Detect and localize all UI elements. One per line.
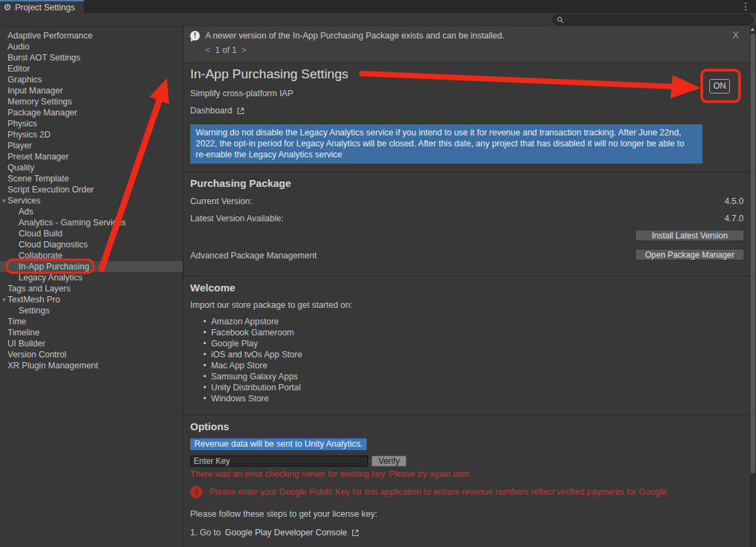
store-list: • Amazon Appstore • Facebook Gameroom • … xyxy=(190,316,744,404)
current-version-value: 4.5.0 xyxy=(724,197,744,206)
sidebar-item[interactable]: Cloud Build xyxy=(0,228,183,239)
notification-pager: < 1 of 1 > xyxy=(205,45,743,55)
install-latest-version-button[interactable]: Install Latest Version xyxy=(635,230,744,241)
sidebar-item-label: Services xyxy=(8,196,41,205)
sidebar-item[interactable]: Graphics xyxy=(0,74,183,85)
sidebar-item-label: Package Manager xyxy=(8,108,77,118)
purchasing-package-heading: Purchasing Package xyxy=(190,177,744,189)
store-list-item: • Facebook Gameroom xyxy=(203,327,744,338)
error-info-icon: i xyxy=(190,486,203,498)
scroll-up-icon[interactable] xyxy=(751,27,755,31)
sidebar-item-label: Analytics - Gaming Services xyxy=(19,218,126,227)
iap-toggle-on-button[interactable]: ON xyxy=(709,79,730,93)
sidebar-item[interactable]: Tags and Layers xyxy=(0,283,183,294)
tab-project-settings[interactable]: ⚙ Project Settings xyxy=(0,0,84,13)
gear-icon: ⚙ xyxy=(3,3,12,12)
sidebar-item[interactable]: Cloud Diagnostics xyxy=(0,239,183,250)
store-name: Facebook Gameroom xyxy=(211,328,294,337)
google-key-warning: Please enter your Google Public Key for … xyxy=(209,487,669,497)
close-icon[interactable]: X xyxy=(733,30,739,41)
sidebar-item[interactable]: ▼ TextMesh Pro xyxy=(0,294,183,305)
expander-icon[interactable]: ▼ xyxy=(1,297,8,303)
kebab-menu-icon[interactable]: ⋮ xyxy=(741,1,751,12)
sidebar-item[interactable]: Physics 2D xyxy=(0,129,183,140)
sidebar-item-label: Scene Template xyxy=(8,174,69,183)
sidebar-item[interactable]: In-App Purchasing xyxy=(0,261,183,272)
scrollbar-thumb[interactable] xyxy=(751,34,755,473)
sidebar-item[interactable]: Version Control xyxy=(0,349,183,360)
sidebar-item-label: Preset Manager xyxy=(8,152,69,161)
expander-icon[interactable]: ▼ xyxy=(1,198,8,204)
sidebar-item-label: Adaptive Performance xyxy=(8,31,93,41)
store-list-item: • Windows Store xyxy=(203,393,744,404)
options-heading: Options xyxy=(190,421,744,432)
google-play-console-link[interactable]: Google Play Developer Console xyxy=(225,528,347,537)
sidebar-item[interactable]: Script Execution Order xyxy=(0,184,183,195)
store-list-item: • Unity Distribution Portal xyxy=(203,382,744,393)
bullet-icon: • xyxy=(203,328,206,337)
store-name: iOS and tvOs App Store xyxy=(211,350,302,359)
sidebar-item[interactable]: Settings xyxy=(0,305,183,316)
sidebar-item[interactable]: Analytics - Gaming Services xyxy=(0,217,183,228)
bullet-icon: • xyxy=(203,339,206,348)
sidebar-item[interactable]: Physics xyxy=(0,118,183,129)
pager-next-icon[interactable]: > xyxy=(242,45,247,55)
sidebar-item[interactable]: Package Manager xyxy=(0,107,183,118)
sidebar-item-label: Tags and Layers xyxy=(8,284,71,293)
revenue-analytics-note: Revenue data will be sent to Unity Analy… xyxy=(190,438,367,450)
external-link-icon xyxy=(236,107,245,115)
vertical-scrollbar[interactable] xyxy=(750,26,756,547)
bullet-icon: • xyxy=(203,383,206,392)
sidebar-item[interactable]: Legacy Analytics xyxy=(0,272,183,283)
verify-button[interactable]: Verify xyxy=(371,456,406,467)
sidebar-item[interactable]: Editor xyxy=(0,63,183,74)
sidebar-item[interactable]: Burst AOT Settings xyxy=(0,52,183,63)
sidebar-item[interactable]: UI Builder xyxy=(0,338,183,349)
store-name: Mac App Store xyxy=(211,361,267,370)
sidebar-item[interactable]: Memory Settings xyxy=(0,96,183,107)
store-name: Unity Distribution Portal xyxy=(211,383,301,392)
external-link-icon[interactable] xyxy=(351,528,360,537)
store-list-item: • Mac App Store xyxy=(203,360,744,371)
sidebar-item[interactable]: Preset Manager xyxy=(0,151,183,162)
settings-toolbar xyxy=(0,13,756,26)
sidebar-item[interactable]: Collaborate xyxy=(0,250,183,261)
latest-version-value: 4.7.0 xyxy=(724,214,744,223)
open-package-manager-button[interactable]: Open Package Manager xyxy=(635,249,744,260)
step1-prefix: 1. Go to xyxy=(190,528,220,537)
sidebar-item[interactable]: Quality xyxy=(0,162,183,173)
sidebar-item-label: Legacy Analytics xyxy=(19,273,82,282)
sidebar-item[interactable]: Input Manager xyxy=(0,85,183,96)
sidebar-item[interactable]: Ads xyxy=(0,206,183,217)
dashboard-link[interactable]: Dashboard xyxy=(190,106,744,115)
sidebar-item[interactable]: Audio xyxy=(0,41,183,52)
sidebar-item[interactable]: Scene Template xyxy=(0,173,183,184)
search-box[interactable] xyxy=(553,14,753,25)
sidebar-item-label: Physics xyxy=(8,119,37,129)
latest-version-label: Latest Version Available: xyxy=(190,214,284,223)
store-list-item: • iOS and tvOs App Store xyxy=(203,349,744,360)
main-panel: ! A newer version of the In-App Purchasi… xyxy=(183,26,756,547)
sidebar-item-label: Physics 2D xyxy=(8,130,51,139)
sidebar-item[interactable]: Adaptive Performance xyxy=(0,30,183,41)
sidebar-item[interactable]: XR Plugin Management xyxy=(0,360,183,371)
sidebar-item[interactable]: Time xyxy=(0,316,183,327)
sidebar-item-label: In-App Purchasing xyxy=(19,262,89,271)
section-divider xyxy=(183,172,750,172)
store-list-item: • Samsung Galaxy Apps xyxy=(203,371,744,382)
sidebar-item[interactable]: Player xyxy=(0,140,183,151)
sidebar-item-label: Player xyxy=(8,141,32,150)
bullet-icon: • xyxy=(203,317,206,326)
sidebar-item[interactable]: ▼ Services xyxy=(0,195,183,206)
tab-label: Project Settings xyxy=(15,3,76,12)
store-name: Samsung Galaxy Apps xyxy=(211,372,297,381)
sidebar-item-label: Memory Settings xyxy=(8,97,72,107)
welcome-intro: Import our store package to get started … xyxy=(190,300,744,310)
sidebar-item[interactable]: Timeline xyxy=(0,327,183,338)
dashboard-link-label: Dashboard xyxy=(190,106,232,115)
section-divider xyxy=(183,414,750,415)
advanced-package-management-label: Advanced Package Management xyxy=(190,251,317,260)
enter-key-input[interactable] xyxy=(190,456,368,467)
pager-prev-icon[interactable]: < xyxy=(205,45,210,55)
search-input[interactable] xyxy=(566,16,749,24)
